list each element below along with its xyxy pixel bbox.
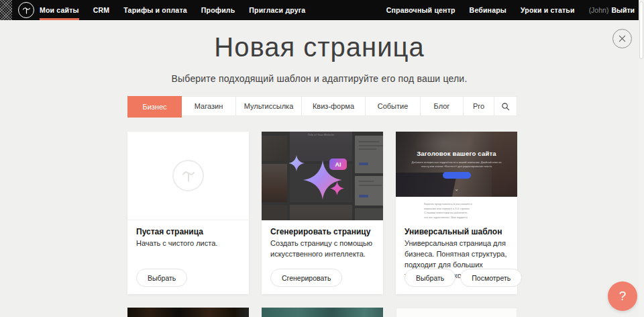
ai-badge: AI <box>329 158 347 170</box>
tab-label: Мультиссылка <box>244 102 294 110</box>
help-button[interactable]: ? <box>608 281 637 311</box>
nav-item-label: Справочный центр <box>386 6 455 14</box>
nav-item-profile[interactable]: Профиль <box>201 0 235 20</box>
card-title: Универсальный шаблон <box>405 227 508 236</box>
card-buttons: Выбрать Посмотреть <box>405 269 522 287</box>
tab-label: Магазин <box>195 102 223 110</box>
template-card-ai-generate: Title of Your Website <box>262 132 383 294</box>
universal-template-preview: Заголовок вашего сайта Добавьте интересн… <box>396 132 517 220</box>
preview-hero-section: Заголовок вашего сайта Добавьте интересн… <box>396 132 517 197</box>
template-card-universal: Заголовок вашего сайта Добавьте интересн… <box>396 132 517 294</box>
nav-item-crm[interactable]: CRM <box>93 0 110 20</box>
card-description: Начать с чистого листа. <box>136 238 241 249</box>
page-title: Новая страница <box>0 32 639 62</box>
close-icon <box>619 35 626 42</box>
tab-shop[interactable]: Магазин <box>182 97 236 116</box>
card-buttons: Выбрать <box>136 269 187 287</box>
chevron-down-icon: ⌄ <box>396 187 517 192</box>
nav-item-label: Пригласи друга <box>249 6 305 14</box>
user-name: (John) <box>589 6 609 14</box>
template-category-tabs: Бизнес Магазин Мультиссылка Квиз-форма С… <box>127 96 517 116</box>
nav-right-items: Справочный центр Вебинары Уроки и статьи… <box>372 0 635 20</box>
preview-cta-button <box>443 172 471 179</box>
tab-label: Pro <box>473 102 484 110</box>
sparkle-svg <box>262 132 383 220</box>
tab-label: Бизнес <box>142 103 166 111</box>
preview-subtext: Добавьте интересные подробности о вашей … <box>411 161 502 169</box>
ai-generate-preview: Title of Your Website <box>262 132 383 220</box>
nav-item-help-center[interactable]: Справочный центр <box>386 6 455 14</box>
new-page-modal-screen: Мои сайты CRM Тарифы и оплата Профиль Пр… <box>0 0 644 317</box>
page-scrollbar-thumb[interactable] <box>639 1 643 59</box>
tab-search[interactable] <box>494 97 517 116</box>
nav-item-label: Тарифы и оплата <box>123 6 187 14</box>
nav-item-invite-friend[interactable]: Пригласи друга <box>249 0 305 20</box>
nav-item-label: CRM <box>93 6 110 14</box>
tab-pro[interactable]: Pro <box>464 97 494 116</box>
ai-sparkle-icon: AI <box>262 132 383 220</box>
nav-user-logout[interactable]: (John) Выйти <box>589 6 635 14</box>
page-subtitle: Выберите подходящий шаблон и адаптируйте… <box>0 73 639 84</box>
tab-label: Событие <box>378 102 409 110</box>
search-icon <box>501 102 510 111</box>
logout-link[interactable]: Выйти <box>611 6 635 14</box>
tab-business[interactable]: Бизнес <box>127 96 182 118</box>
blank-page-preview <box>127 132 249 220</box>
tab-event[interactable]: Событие <box>366 97 421 116</box>
card-title: Пустая страница <box>136 227 240 236</box>
tilda-logo-icon[interactable] <box>18 2 34 18</box>
tilda-glyph <box>180 168 197 184</box>
close-button[interactable] <box>612 29 632 48</box>
choose-button[interactable]: Выбрать <box>405 269 455 287</box>
nav-left-items: Мои сайты CRM Тарифы и оплата Профиль Пр… <box>40 0 319 20</box>
tab-blog[interactable]: Блог <box>421 97 464 116</box>
nav-item-lessons[interactable]: Уроки и статьи <box>521 6 575 14</box>
nav-item-label: Уроки и статьи <box>521 6 575 14</box>
tilda-watermark-icon <box>172 160 204 191</box>
tab-label: Квиз-форма <box>313 102 354 110</box>
view-button[interactable]: Посмотреть <box>460 269 522 287</box>
preview-body-text: Коротко представьтесь и расскажите о ком… <box>424 202 472 220</box>
background-pattern-strip <box>0 0 12 20</box>
preview-text-section: Коротко представьтесь и расскажите о ком… <box>396 197 517 220</box>
tab-label: Блог <box>434 102 450 110</box>
choose-button[interactable]: Выбрать <box>136 269 187 287</box>
page-scrollbar-track[interactable] <box>639 0 644 317</box>
card-description: Создать страницу с помощью искусственног… <box>270 238 376 260</box>
top-navigation-bar: Мои сайты CRM Тарифы и оплата Профиль Пр… <box>0 0 644 20</box>
card-title: Сгенерировать страницу <box>270 227 374 236</box>
nav-item-my-sites[interactable]: Мои сайты <box>40 0 79 20</box>
nav-item-label: Профиль <box>201 6 235 14</box>
template-card-blank-page: Пустая страница Начать с чистого листа. … <box>127 132 249 294</box>
tab-multilink[interactable]: Мультиссылка <box>236 97 302 116</box>
card-buttons: Сгенерировать <box>270 269 342 287</box>
preview-heading: Заголовок вашего сайта <box>396 150 517 157</box>
next-row-template-card-1[interactable] <box>127 308 249 317</box>
nav-item-label: Мои сайты <box>40 6 79 14</box>
nav-item-billing[interactable]: Тарифы и оплата <box>123 0 187 20</box>
tab-quiz-form[interactable]: Квиз-форма <box>302 97 366 116</box>
next-row-template-card-2[interactable] <box>262 308 383 317</box>
nav-item-webinars[interactable]: Вебинары <box>470 6 506 14</box>
generate-button[interactable]: Сгенерировать <box>270 269 342 287</box>
tilda-glyph <box>21 5 32 15</box>
nav-item-label: Вебинары <box>470 6 506 14</box>
next-row-template-card-3[interactable] <box>396 308 517 317</box>
help-button-label: ? <box>619 289 627 304</box>
